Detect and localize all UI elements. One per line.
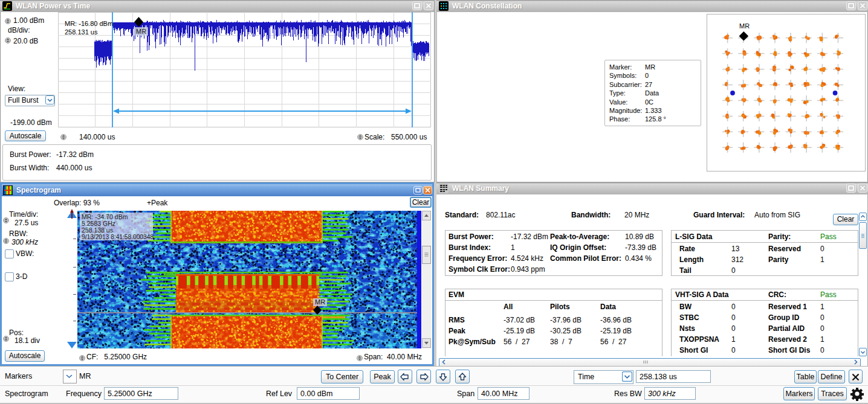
svg-text:MR: -16.80 dBm: MR: -16.80 dBm bbox=[65, 20, 113, 27]
svg-text:MR: MR bbox=[315, 298, 325, 306]
svg-text:258.131 us: 258.131 us bbox=[65, 28, 98, 36]
svg-text:MR: MR bbox=[136, 28, 146, 35]
svg-text:9/13/2013 8:41:58.000348: 9/13/2013 8:41:58.000348 bbox=[82, 234, 154, 240]
svg-text:MR: MR bbox=[739, 22, 750, 30]
svg-text:258.138 us: 258.138 us bbox=[82, 226, 113, 234]
